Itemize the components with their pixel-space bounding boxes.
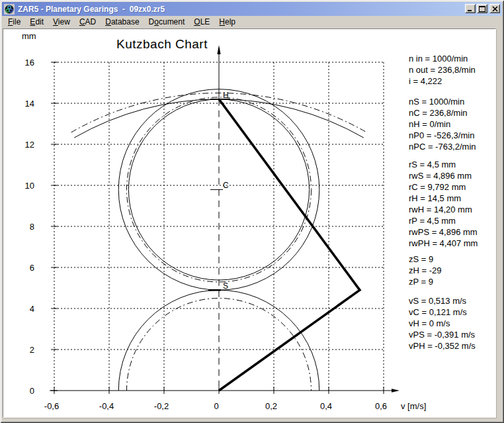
window-title: ZAR5 - Planetary Gearings - 09zx0.zr5: [18, 5, 165, 14]
menu-edit[interactable]: Edit: [25, 17, 48, 28]
maximize-button[interactable]: [477, 4, 487, 13]
app-icon: [4, 4, 15, 15]
menu-view[interactable]: View: [48, 17, 75, 28]
maximize-icon: [479, 6, 485, 12]
menu-help[interactable]: Help: [214, 17, 240, 28]
menu-cad[interactable]: CAD: [75, 17, 101, 28]
titlebar[interactable]: ZAR5 - Planetary Gearings - 09zx0.zr5: [2, 2, 502, 16]
menubar: FileEditViewCADDatabaseDocumentOLEHelp: [2, 17, 502, 28]
close-button[interactable]: [489, 4, 500, 13]
minimize-icon: [467, 6, 474, 12]
menu-file[interactable]: File: [3, 17, 25, 28]
menu-document[interactable]: Document: [144, 17, 190, 28]
menu-database[interactable]: Database: [101, 17, 144, 28]
minimize-button[interactable]: [465, 4, 476, 13]
close-icon: [492, 6, 498, 12]
app-window: ZAR5 - Planetary Gearings - 09zx0.zr5 Fi…: [0, 0, 504, 423]
chart-client-area: [3, 28, 496, 418]
menu-ole[interactable]: OLE: [189, 17, 214, 28]
